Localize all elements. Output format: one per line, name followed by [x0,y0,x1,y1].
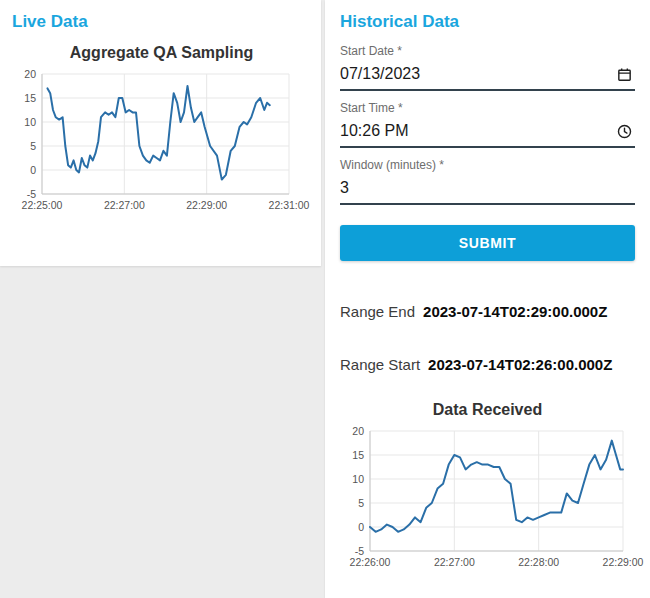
start-date-field[interactable]: Start Date * 07/13/2023 [340,44,635,91]
historical-chart: 22:26:0022:27:0022:28:0022:29:00-5051015… [340,425,646,577]
svg-text:5: 5 [30,140,36,152]
svg-text:0: 0 [358,521,364,533]
svg-text:20: 20 [352,425,364,437]
historical-chart-title: Data Received [340,401,635,419]
window-minutes-field[interactable]: Window (minutes) * 3 [340,158,635,205]
range-start-row: Range Start 2023-07-14T02:26:00.000Z [340,356,635,373]
live-chart-title: Aggregate QA Sampling [12,44,311,62]
svg-text:22:29:00: 22:29:00 [186,199,227,211]
range-start-value: 2023-07-14T02:26:00.000Z [428,356,612,373]
svg-text:22:28:00: 22:28:00 [518,556,559,568]
start-time-value[interactable]: 10:26 PM [340,122,408,140]
window-minutes-label: Window (minutes) * [340,158,635,172]
range-end-label: Range End [340,303,415,320]
range-start-label: Range Start [340,356,420,373]
historical-chart-block: Data Received 22:26:0022:27:0022:28:0022… [340,401,635,577]
start-time-field[interactable]: Start Time * 10:26 PM [340,101,635,148]
window-minutes-input[interactable]: 3 [340,174,635,205]
svg-text:15: 15 [24,92,36,104]
svg-text:15: 15 [352,449,364,461]
svg-text:0: 0 [30,164,36,176]
range-end-row: Range End 2023-07-14T02:29:00.000Z [340,303,635,320]
range-end-value: 2023-07-14T02:29:00.000Z [423,303,607,320]
svg-text:10: 10 [24,116,36,128]
start-time-label: Start Time * [340,101,635,115]
historical-data-title: Historical Data [340,12,635,32]
svg-text:22:29:00: 22:29:00 [603,556,644,568]
svg-text:22:27:00: 22:27:00 [434,556,475,568]
submit-button[interactable]: SUBMIT [340,225,635,261]
svg-text:22:31:00: 22:31:00 [269,199,310,211]
start-date-input[interactable]: 07/13/2023 [340,60,635,91]
svg-text:22:25:00: 22:25:00 [22,199,63,211]
start-date-value[interactable]: 07/13/2023 [340,65,420,83]
svg-text:22:27:00: 22:27:00 [104,199,145,211]
start-time-input[interactable]: 10:26 PM [340,117,635,148]
live-data-panel: Live Data Aggregate QA Sampling 22:25:00… [0,0,321,266]
live-chart: 22:25:0022:27:0022:29:0022:31:00-5051015… [12,68,312,220]
historical-data-panel: Historical Data Start Date * 07/13/2023 … [325,0,650,598]
svg-text:10: 10 [352,473,364,485]
live-data-title: Live Data [12,12,311,32]
svg-text:-5: -5 [27,188,36,200]
clock-icon[interactable] [616,123,633,140]
calendar-icon[interactable] [616,66,633,83]
window-minutes-value[interactable]: 3 [340,179,349,197]
svg-text:22:26:00: 22:26:00 [350,556,391,568]
svg-text:-5: -5 [355,545,364,557]
svg-text:20: 20 [24,68,36,80]
svg-text:5: 5 [358,497,364,509]
start-date-label: Start Date * [340,44,635,58]
live-chart-block: Aggregate QA Sampling 22:25:0022:27:0022… [12,44,311,220]
